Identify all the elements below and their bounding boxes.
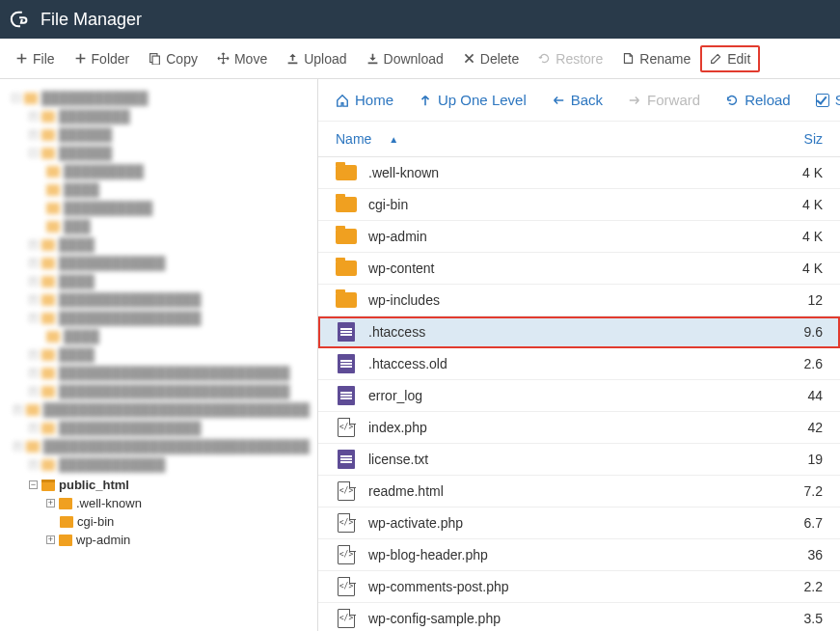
main-toolbar: File Folder Copy Move Upload Download De… xyxy=(0,39,840,79)
file-name: .htaccess.old xyxy=(368,356,796,371)
document-icon xyxy=(336,322,357,342)
folder-icon xyxy=(336,195,357,214)
app-title: File Manager xyxy=(41,10,142,30)
file-row[interactable]: .htaccess.old2.6 xyxy=(318,348,840,380)
file-size: 4 K xyxy=(796,261,823,276)
file-row[interactable]: index.php42 xyxy=(318,412,840,444)
file-size: 36 xyxy=(796,547,823,562)
file-size: 42 xyxy=(796,420,823,435)
copy-button[interactable]: Copy xyxy=(139,45,207,72)
file-row[interactable]: cgi-bin4 K xyxy=(318,189,840,221)
move-button[interactable]: Move xyxy=(207,45,277,72)
app-header: File Manager xyxy=(0,0,840,39)
column-name-header[interactable]: Name▲ xyxy=(336,131,798,147)
file-row[interactable]: license.txt19 xyxy=(318,444,840,476)
back-arrow-icon xyxy=(552,94,565,107)
file-row[interactable]: wp-admin4 K xyxy=(318,221,840,253)
edit-button[interactable]: Edit xyxy=(700,45,760,72)
file-row[interactable]: wp-activate.php6.7 xyxy=(318,508,840,539)
file-row[interactable]: wp-blog-header.php36 xyxy=(318,539,840,571)
file-row[interactable]: wp-includes12 xyxy=(318,285,840,316)
sort-asc-icon: ▲ xyxy=(389,134,398,145)
file-name: .well-known xyxy=(368,165,796,180)
file-size: 44 xyxy=(796,388,823,403)
expand-icon[interactable]: + xyxy=(46,499,55,508)
tree-node-public-html[interactable]: −public_html xyxy=(8,476,310,494)
nav-up-button[interactable]: Up One Level xyxy=(419,92,527,108)
nav-home-button[interactable]: Home xyxy=(336,92,393,108)
column-headers: Name▲ Siz xyxy=(318,122,840,157)
file-row[interactable]: wp-config-sample.php3.5 xyxy=(318,603,840,631)
tree-obscured-section: −████████████ +████████ +██████ −██████ … xyxy=(8,89,310,474)
collapse-icon[interactable]: − xyxy=(29,480,38,489)
new-folder-button[interactable]: Folder xyxy=(65,45,140,72)
rename-label: Rename xyxy=(639,51,691,67)
tree-node-cgi-bin[interactable]: cgi-bin xyxy=(8,512,310,531)
svg-rect-1 xyxy=(152,56,159,65)
file-size: 12 xyxy=(796,292,823,308)
file-row[interactable]: wp-content4 K xyxy=(318,253,840,285)
tree-node-wp-admin[interactable]: +wp-admin xyxy=(8,531,310,549)
col-label: Siz xyxy=(804,131,823,147)
code-file-icon xyxy=(336,545,357,564)
up-arrow-icon xyxy=(419,94,432,107)
file-name: wp-blog-header.php xyxy=(368,547,796,562)
new-file-button[interactable]: File xyxy=(6,45,65,72)
forward-arrow-icon xyxy=(628,94,641,107)
tree-label: .well-known xyxy=(76,496,142,510)
folder-icon xyxy=(336,227,357,246)
document-icon xyxy=(336,354,357,373)
download-button[interactable]: Download xyxy=(357,45,453,72)
expand-icon[interactable]: + xyxy=(46,535,55,544)
download-icon xyxy=(366,52,379,65)
nav-forward-button: Forward xyxy=(628,92,700,108)
file-row[interactable]: wp-comments-post.php2.2 xyxy=(318,571,840,603)
nav-select-all-button[interactable]: Select xyxy=(816,92,840,108)
file-size: 4 K xyxy=(796,229,823,244)
nav-reload-button[interactable]: Reload xyxy=(725,92,791,108)
nav-back-button[interactable]: Back xyxy=(552,92,603,108)
tree-visible-section: −public_html +.well-known cgi-bin +wp-ad… xyxy=(8,476,310,549)
plus-icon xyxy=(15,52,28,65)
nav-home-label: Home xyxy=(355,92,393,108)
main-area: −████████████ +████████ +██████ −██████ … xyxy=(0,79,840,631)
nav-select-label: Select xyxy=(835,92,840,108)
nav-bar: Home Up One Level Back Forward Reload Se… xyxy=(318,79,840,122)
file-row[interactable]: .well-known4 K xyxy=(318,157,840,189)
delete-button[interactable]: Delete xyxy=(453,45,528,72)
edit-label: Edit xyxy=(727,51,750,67)
document-icon xyxy=(336,450,357,469)
file-panel: Home Up One Level Back Forward Reload Se… xyxy=(318,79,840,631)
code-file-icon xyxy=(336,481,357,501)
new-folder-label: Folder xyxy=(92,51,130,67)
file-row[interactable]: readme.html7.2 xyxy=(318,476,840,508)
file-name: wp-content xyxy=(368,261,796,276)
file-size: 4 K xyxy=(796,165,823,180)
reload-icon xyxy=(725,94,739,107)
document-icon xyxy=(336,386,357,405)
file-row[interactable]: .htaccess9.6 xyxy=(318,316,840,348)
file-size: 19 xyxy=(796,452,823,467)
upload-button[interactable]: Upload xyxy=(277,45,356,72)
file-name: index.php xyxy=(368,420,796,435)
folder-icon xyxy=(336,163,357,182)
folder-tree: −████████████ +████████ +██████ −██████ … xyxy=(0,79,318,631)
upload-label: Upload xyxy=(304,51,346,67)
move-label: Move xyxy=(234,51,267,67)
file-row[interactable]: error_log44 xyxy=(318,380,840,412)
tree-label: public_html xyxy=(59,478,129,492)
nav-reload-label: Reload xyxy=(745,92,791,108)
rename-button[interactable]: Rename xyxy=(612,45,700,72)
file-name: readme.html xyxy=(368,483,796,499)
nav-forward-label: Forward xyxy=(647,92,700,108)
rename-icon xyxy=(622,52,635,65)
plus-icon xyxy=(74,52,87,65)
file-size: 2.2 xyxy=(796,579,823,594)
file-name: license.txt xyxy=(368,452,796,467)
file-name: wp-activate.php xyxy=(368,515,796,531)
tree-node-well-known[interactable]: +.well-known xyxy=(8,494,310,512)
col-label: Name xyxy=(336,131,371,147)
file-name: cgi-bin xyxy=(368,197,796,212)
file-name: wp-config-sample.php xyxy=(368,611,796,626)
column-size-header[interactable]: Siz xyxy=(798,131,823,147)
